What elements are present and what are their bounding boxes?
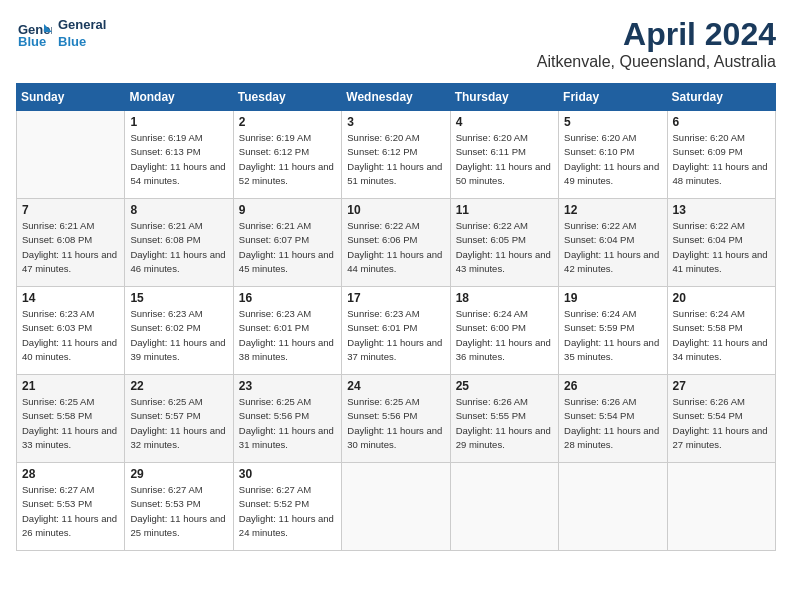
day-number: 19 [564, 291, 661, 305]
title-block: April 2024 Aitkenvale, Queensland, Austr… [537, 16, 776, 71]
day-number: 28 [22, 467, 119, 481]
weekday-header: Sunday [17, 84, 125, 111]
day-number: 6 [673, 115, 770, 129]
day-number: 30 [239, 467, 336, 481]
weekday-header: Saturday [667, 84, 775, 111]
calendar-table: SundayMondayTuesdayWednesdayThursdayFrid… [16, 83, 776, 551]
day-number: 16 [239, 291, 336, 305]
calendar-header: SundayMondayTuesdayWednesdayThursdayFrid… [17, 84, 776, 111]
day-number: 4 [456, 115, 553, 129]
calendar-cell: 22Sunrise: 6:25 AMSunset: 5:57 PMDayligh… [125, 375, 233, 463]
header-row: SundayMondayTuesdayWednesdayThursdayFrid… [17, 84, 776, 111]
day-info: Sunrise: 6:19 AMSunset: 6:13 PMDaylight:… [130, 131, 227, 188]
calendar-week-row: 14Sunrise: 6:23 AMSunset: 6:03 PMDayligh… [17, 287, 776, 375]
day-info: Sunrise: 6:19 AMSunset: 6:12 PMDaylight:… [239, 131, 336, 188]
calendar-cell: 14Sunrise: 6:23 AMSunset: 6:03 PMDayligh… [17, 287, 125, 375]
calendar-cell: 13Sunrise: 6:22 AMSunset: 6:04 PMDayligh… [667, 199, 775, 287]
calendar-cell [342, 463, 450, 551]
weekday-header: Friday [559, 84, 667, 111]
calendar-cell: 20Sunrise: 6:24 AMSunset: 5:58 PMDayligh… [667, 287, 775, 375]
day-info: Sunrise: 6:23 AMSunset: 6:01 PMDaylight:… [239, 307, 336, 364]
calendar-cell [17, 111, 125, 199]
svg-text:Blue: Blue [18, 34, 46, 49]
calendar-cell: 10Sunrise: 6:22 AMSunset: 6:06 PMDayligh… [342, 199, 450, 287]
calendar-cell [559, 463, 667, 551]
day-number: 12 [564, 203, 661, 217]
day-number: 24 [347, 379, 444, 393]
logo-icon: General Blue [16, 16, 52, 52]
weekday-header: Wednesday [342, 84, 450, 111]
day-info: Sunrise: 6:22 AMSunset: 6:04 PMDaylight:… [673, 219, 770, 276]
day-number: 25 [456, 379, 553, 393]
day-number: 29 [130, 467, 227, 481]
day-number: 18 [456, 291, 553, 305]
location-title: Aitkenvale, Queensland, Australia [537, 53, 776, 71]
calendar-cell: 7Sunrise: 6:21 AMSunset: 6:08 PMDaylight… [17, 199, 125, 287]
calendar-cell: 12Sunrise: 6:22 AMSunset: 6:04 PMDayligh… [559, 199, 667, 287]
calendar-cell: 26Sunrise: 6:26 AMSunset: 5:54 PMDayligh… [559, 375, 667, 463]
day-number: 11 [456, 203, 553, 217]
calendar-cell: 17Sunrise: 6:23 AMSunset: 6:01 PMDayligh… [342, 287, 450, 375]
day-number: 23 [239, 379, 336, 393]
calendar-cell: 23Sunrise: 6:25 AMSunset: 5:56 PMDayligh… [233, 375, 341, 463]
calendar-cell: 1Sunrise: 6:19 AMSunset: 6:13 PMDaylight… [125, 111, 233, 199]
day-info: Sunrise: 6:26 AMSunset: 5:54 PMDaylight:… [673, 395, 770, 452]
day-info: Sunrise: 6:25 AMSunset: 5:56 PMDaylight:… [239, 395, 336, 452]
day-number: 26 [564, 379, 661, 393]
day-info: Sunrise: 6:23 AMSunset: 6:01 PMDaylight:… [347, 307, 444, 364]
calendar-cell [667, 463, 775, 551]
day-number: 20 [673, 291, 770, 305]
calendar-week-row: 1Sunrise: 6:19 AMSunset: 6:13 PMDaylight… [17, 111, 776, 199]
day-info: Sunrise: 6:22 AMSunset: 6:04 PMDaylight:… [564, 219, 661, 276]
day-number: 27 [673, 379, 770, 393]
day-info: Sunrise: 6:25 AMSunset: 5:57 PMDaylight:… [130, 395, 227, 452]
day-number: 21 [22, 379, 119, 393]
weekday-header: Monday [125, 84, 233, 111]
day-info: Sunrise: 6:27 AMSunset: 5:53 PMDaylight:… [130, 483, 227, 540]
calendar-body: 1Sunrise: 6:19 AMSunset: 6:13 PMDaylight… [17, 111, 776, 551]
day-number: 13 [673, 203, 770, 217]
logo-line2: Blue [58, 34, 106, 51]
day-number: 8 [130, 203, 227, 217]
day-info: Sunrise: 6:22 AMSunset: 6:05 PMDaylight:… [456, 219, 553, 276]
day-info: Sunrise: 6:24 AMSunset: 5:59 PMDaylight:… [564, 307, 661, 364]
calendar-cell: 11Sunrise: 6:22 AMSunset: 6:05 PMDayligh… [450, 199, 558, 287]
calendar-cell: 30Sunrise: 6:27 AMSunset: 5:52 PMDayligh… [233, 463, 341, 551]
day-number: 17 [347, 291, 444, 305]
calendar-week-row: 21Sunrise: 6:25 AMSunset: 5:58 PMDayligh… [17, 375, 776, 463]
day-info: Sunrise: 6:24 AMSunset: 6:00 PMDaylight:… [456, 307, 553, 364]
day-info: Sunrise: 6:26 AMSunset: 5:55 PMDaylight:… [456, 395, 553, 452]
calendar-cell: 18Sunrise: 6:24 AMSunset: 6:00 PMDayligh… [450, 287, 558, 375]
weekday-header: Tuesday [233, 84, 341, 111]
day-info: Sunrise: 6:23 AMSunset: 6:02 PMDaylight:… [130, 307, 227, 364]
day-number: 15 [130, 291, 227, 305]
day-info: Sunrise: 6:25 AMSunset: 5:58 PMDaylight:… [22, 395, 119, 452]
day-info: Sunrise: 6:20 AMSunset: 6:12 PMDaylight:… [347, 131, 444, 188]
calendar-cell: 9Sunrise: 6:21 AMSunset: 6:07 PMDaylight… [233, 199, 341, 287]
logo-line1: General [58, 17, 106, 34]
day-number: 14 [22, 291, 119, 305]
calendar-cell: 15Sunrise: 6:23 AMSunset: 6:02 PMDayligh… [125, 287, 233, 375]
day-number: 1 [130, 115, 227, 129]
calendar-cell: 25Sunrise: 6:26 AMSunset: 5:55 PMDayligh… [450, 375, 558, 463]
day-number: 22 [130, 379, 227, 393]
logo: General Blue General Blue [16, 16, 106, 52]
calendar-week-row: 7Sunrise: 6:21 AMSunset: 6:08 PMDaylight… [17, 199, 776, 287]
day-number: 7 [22, 203, 119, 217]
calendar-cell: 2Sunrise: 6:19 AMSunset: 6:12 PMDaylight… [233, 111, 341, 199]
day-number: 9 [239, 203, 336, 217]
calendar-cell: 3Sunrise: 6:20 AMSunset: 6:12 PMDaylight… [342, 111, 450, 199]
calendar-cell: 16Sunrise: 6:23 AMSunset: 6:01 PMDayligh… [233, 287, 341, 375]
month-title: April 2024 [537, 16, 776, 53]
calendar-cell: 28Sunrise: 6:27 AMSunset: 5:53 PMDayligh… [17, 463, 125, 551]
calendar-cell: 6Sunrise: 6:20 AMSunset: 6:09 PMDaylight… [667, 111, 775, 199]
day-info: Sunrise: 6:21 AMSunset: 6:08 PMDaylight:… [22, 219, 119, 276]
day-info: Sunrise: 6:21 AMSunset: 6:08 PMDaylight:… [130, 219, 227, 276]
calendar-cell: 24Sunrise: 6:25 AMSunset: 5:56 PMDayligh… [342, 375, 450, 463]
day-number: 2 [239, 115, 336, 129]
calendar-cell: 21Sunrise: 6:25 AMSunset: 5:58 PMDayligh… [17, 375, 125, 463]
day-info: Sunrise: 6:27 AMSunset: 5:53 PMDaylight:… [22, 483, 119, 540]
day-info: Sunrise: 6:24 AMSunset: 5:58 PMDaylight:… [673, 307, 770, 364]
weekday-header: Thursday [450, 84, 558, 111]
calendar-cell: 8Sunrise: 6:21 AMSunset: 6:08 PMDaylight… [125, 199, 233, 287]
